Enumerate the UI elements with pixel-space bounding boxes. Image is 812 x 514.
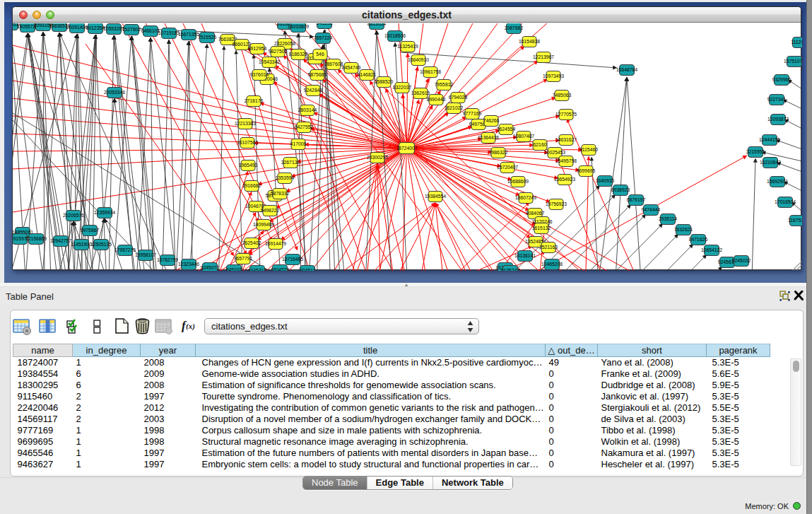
svg-text:16154838: 16154838 (519, 39, 540, 44)
svg-text:16210643: 16210643 (760, 160, 781, 165)
svg-text:12359934: 12359934 (94, 210, 115, 215)
svg-text:7625402: 7625402 (242, 240, 261, 245)
svg-text:10543342: 10543342 (259, 59, 280, 64)
svg-text:1615132: 1615132 (532, 226, 551, 230)
svg-text:9777169: 9777169 (463, 111, 482, 116)
svg-text:5498222: 5498222 (261, 208, 280, 213)
svg-text:845102: 845102 (226, 267, 242, 271)
svg-text:23226058: 23226058 (274, 41, 295, 46)
svg-text:7663822: 7663822 (218, 37, 237, 42)
svg-text:2867608: 2867608 (324, 62, 343, 66)
svg-text:8912954: 8912954 (248, 46, 267, 51)
svg-text:7986322: 7986322 (489, 150, 508, 155)
svg-text:16671355: 16671355 (178, 32, 199, 37)
svg-text:12770575: 12770575 (555, 112, 577, 117)
svg-text:1527602: 1527602 (122, 27, 141, 32)
svg-text:16640910: 16640910 (408, 57, 429, 62)
svg-text:16782759: 16782759 (157, 257, 178, 262)
svg-text:12156869: 12156869 (25, 236, 47, 241)
svg-text:9135247: 9135247 (501, 268, 520, 271)
svg-text:13716485: 13716485 (282, 257, 303, 262)
svg-text:11451900: 11451900 (71, 242, 92, 247)
svg-text:9146821: 9146821 (358, 72, 377, 77)
svg-text:12213967: 12213967 (533, 54, 554, 59)
svg-text:9699695: 9699695 (577, 168, 596, 173)
svg-text:12213383: 12213383 (235, 121, 256, 126)
svg-text:10719185: 10719185 (158, 30, 180, 35)
svg-text:1640935: 1640935 (596, 178, 615, 183)
svg-text:6879197: 6879197 (627, 197, 646, 202)
svg-text:1167535: 1167535 (788, 218, 802, 223)
svg-text:13654923: 13654923 (554, 177, 575, 182)
svg-text:9975867: 9975867 (81, 228, 100, 233)
svg-text:7955812: 7955812 (435, 82, 454, 87)
svg-text:2087682: 2087682 (505, 25, 524, 30)
svg-text:18607249: 18607249 (515, 195, 536, 200)
svg-text:8471626: 8471626 (689, 237, 708, 242)
svg-text:6794028: 6794028 (449, 95, 468, 100)
svg-text:2521163: 2521163 (539, 245, 558, 250)
svg-text:6466101: 6466101 (141, 28, 160, 33)
svg-text:15720407: 15720407 (497, 165, 518, 170)
svg-text:10553287: 10553287 (103, 26, 124, 31)
svg-text:1621022: 1621022 (445, 105, 464, 110)
svg-text:9012354: 9012354 (86, 25, 105, 30)
svg-text:15495798: 15495798 (555, 158, 577, 163)
svg-text:9827505: 9827505 (269, 49, 288, 54)
svg-text:1588520: 1588520 (375, 79, 394, 84)
svg-text:9227341: 9227341 (767, 97, 787, 102)
svg-text:9474444: 9474444 (642, 207, 661, 212)
svg-text:10654122: 10654122 (701, 247, 722, 252)
svg-text:1362615: 1362615 (411, 90, 430, 95)
svg-text:20206576: 20206576 (63, 213, 84, 218)
svg-text:62160: 62160 (534, 142, 547, 147)
svg-text:13958107: 13958107 (135, 252, 156, 257)
svg-text:3267130: 3267130 (281, 160, 300, 165)
svg-text:1965493: 1965493 (239, 163, 258, 168)
svg-text:9657791: 9657791 (234, 256, 253, 261)
svg-text:10688609: 10688609 (507, 179, 529, 184)
svg-text:15692901: 15692901 (767, 179, 788, 184)
svg-text:10961758: 10961758 (420, 69, 441, 74)
svg-text:5875685: 5875685 (308, 72, 327, 77)
svg-text:2803144: 2803144 (298, 107, 317, 112)
svg-text:3624554: 3624554 (497, 127, 516, 132)
svg-text:3215955: 3215955 (746, 149, 765, 154)
svg-text:417006: 417006 (290, 141, 307, 146)
svg-text:17016504: 17016504 (775, 199, 796, 204)
svg-text:9245072: 9245072 (201, 265, 220, 270)
svg-text:1916682: 1916682 (242, 183, 261, 188)
svg-text:12505135: 12505135 (90, 242, 112, 247)
svg-text:10025453: 10025453 (544, 150, 565, 155)
svg-text:7632621: 7632621 (674, 227, 693, 232)
svg-text:7485063: 7485063 (553, 93, 572, 98)
svg-text:16648784: 16648784 (616, 67, 637, 72)
svg-text:18724007: 18724007 (396, 146, 417, 151)
svg-text:2718176: 2718176 (245, 98, 264, 103)
svg-text:8813054: 8813054 (367, 23, 387, 26)
svg-text:12942757: 12942757 (50, 238, 71, 243)
svg-text:9242848: 9242848 (304, 88, 323, 93)
svg-text:1045317: 1045317 (248, 268, 267, 271)
svg-text:2935114: 2935114 (659, 216, 677, 221)
svg-text:14136141: 14136141 (514, 253, 536, 258)
svg-text:(x): (x) (186, 322, 195, 331)
svg-text:746266: 746266 (483, 118, 500, 123)
svg-text:15751074: 15751074 (784, 59, 802, 64)
svg-text:19756923: 19756923 (546, 201, 567, 206)
svg-text:8454749: 8454749 (342, 65, 361, 70)
svg-text:21364436: 21364436 (478, 135, 499, 140)
svg-text:19384554: 19384554 (425, 194, 446, 199)
svg-text:546: 546 (316, 52, 324, 57)
svg-text:8186328: 8186328 (289, 52, 308, 57)
svg-text:16914479: 16914479 (265, 241, 286, 246)
svg-text:10973493: 10973493 (543, 74, 564, 78)
svg-text:19218506: 19218506 (384, 33, 406, 38)
svg-text:9329966: 9329966 (772, 77, 792, 82)
svg-text:14099489: 14099489 (253, 222, 274, 227)
svg-text:16033809: 16033809 (288, 24, 309, 29)
svg-text:9376014: 9376014 (250, 72, 269, 77)
svg-text:1112057: 1112057 (791, 40, 802, 45)
svg-text:5878332: 5878332 (271, 191, 290, 196)
svg-text:9245032: 9245032 (732, 258, 751, 263)
